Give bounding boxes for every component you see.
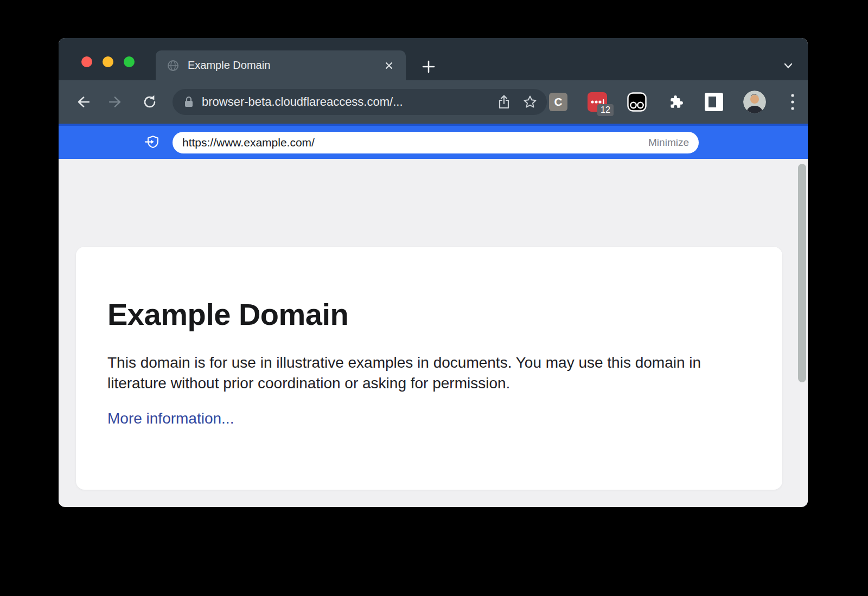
- tab-strip: Example Domain: [59, 38, 808, 80]
- globe-favicon-icon: [167, 59, 180, 72]
- close-window-button[interactable]: [81, 56, 92, 67]
- extensions-area: C 12: [549, 80, 799, 124]
- isolation-bar: https://www.example.com/ Minimize: [59, 124, 808, 159]
- isolation-shield-icon: [144, 134, 161, 151]
- lock-icon: [183, 95, 194, 108]
- address-bar[interactable]: browser-beta.cloudflareaccess.com/...: [173, 89, 547, 115]
- traffic-lights: [81, 56, 135, 67]
- example-domain-card: Example Domain This domain is for use in…: [76, 247, 782, 490]
- tab-close-icon[interactable]: [381, 57, 397, 74]
- extension-c-icon[interactable]: C: [549, 93, 567, 111]
- extensions-puzzle-icon[interactable]: [666, 93, 685, 111]
- reload-button[interactable]: [141, 93, 158, 111]
- browser-toolbar: browser-beta.cloudflareaccess.com/... C: [59, 80, 808, 124]
- back-button[interactable]: [74, 93, 91, 111]
- share-icon[interactable]: [495, 93, 513, 111]
- bookmark-star-icon[interactable]: [521, 93, 539, 111]
- profile-avatar[interactable]: [743, 91, 766, 113]
- browser-window: Example Domain: [59, 38, 808, 507]
- forward-button[interactable]: [107, 93, 125, 111]
- extension-badge-count: 12: [597, 104, 614, 116]
- tab-example-domain[interactable]: Example Domain: [156, 50, 406, 80]
- more-information-link[interactable]: More information...: [107, 410, 234, 427]
- extension-camera-icon[interactable]: [627, 92, 647, 112]
- browser-menu-icon[interactable]: [786, 91, 799, 113]
- minimize-bar-button[interactable]: Minimize: [648, 137, 689, 149]
- page-title: Example Domain: [107, 297, 750, 332]
- new-tab-button[interactable]: [419, 57, 438, 76]
- tab-search-chevron-icon[interactable]: [781, 58, 796, 73]
- vertical-scrollbar[interactable]: [798, 164, 806, 382]
- zoom-window-button[interactable]: [124, 56, 135, 67]
- side-panel-icon[interactable]: [705, 93, 723, 111]
- page-viewport: Example Domain This domain is for use in…: [59, 159, 808, 505]
- address-bar-url: browser-beta.cloudflareaccess.com/...: [202, 95, 487, 109]
- extension-lastpass-icon[interactable]: 12: [588, 92, 607, 112]
- minimize-window-button[interactable]: [103, 56, 113, 67]
- page-paragraph: This domain is for use in illustrative e…: [107, 353, 729, 394]
- tab-title: Example Domain: [188, 59, 381, 72]
- isolated-url-text: https://www.example.com/: [182, 136, 315, 149]
- isolated-url-field[interactable]: https://www.example.com/ Minimize: [173, 132, 699, 153]
